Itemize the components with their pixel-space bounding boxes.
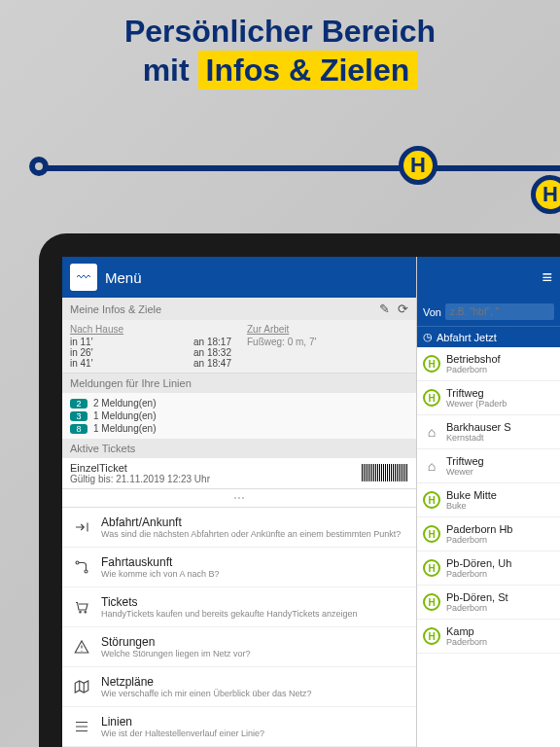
refresh-icon[interactable]: ⟳ <box>398 302 408 316</box>
clock-icon: ◷ <box>423 331 433 343</box>
bus-stop-icon: H <box>423 389 440 407</box>
depart-icon <box>72 517 91 537</box>
right-app-bar: ≡ <box>417 257 560 298</box>
menu-item-journey[interactable]: FahrtauskunftWie komme ich von A nach B? <box>62 548 416 587</box>
svg-point-0 <box>76 561 79 564</box>
journey-icon <box>72 557 91 577</box>
stop-item[interactable]: HPb-Dören, UhPaderborn <box>417 551 560 586</box>
stop-list: HBetriebshofPaderbornHTriftwegWewer (Pad… <box>417 347 560 747</box>
section-alerts-header: Meldungen für Ihre Linien <box>62 374 416 393</box>
lines-icon <box>72 717 91 736</box>
alert-row[interactable]: 31 Meldung(en) <box>70 409 408 422</box>
house-icon: ⌂ <box>423 423 440 441</box>
from-label: Von <box>423 306 441 318</box>
route-line <box>37 165 560 171</box>
promo-headline: Persönlicher Bereich mit Infos & Zielen <box>0 12 560 89</box>
stop-item[interactable]: HPaderborn HbPaderborn <box>417 517 560 551</box>
stop-item[interactable]: ⌂Barkhauser SKernstadt <box>417 415 560 449</box>
shortcut-work[interactable]: Zur Arbeit Fußweg: 0 m, 7' <box>239 320 416 373</box>
stop-item[interactable]: HKampPaderborn <box>417 620 560 654</box>
alert-row[interactable]: 81 Meldung(en) <box>70 422 408 435</box>
menu-item-map[interactable]: NetzpläneWie verschaffe ich mir einen Üb… <box>62 667 416 707</box>
headline-line2: mit Infos & Zielen <box>0 51 560 89</box>
right-pane: ≡ Von ◷ Abfahrt Jetzt HBetriebshofPaderb… <box>416 257 560 747</box>
stop-item[interactable]: HBetriebshofPaderborn <box>417 347 560 381</box>
app-screen: 〰 Menü Meine Infos & Ziele ✎ ⟳ Nach Haus… <box>62 257 560 747</box>
menu-item-warn[interactable]: StörungenWelche Störungen liegen im Netz… <box>62 627 416 667</box>
app-logo-icon: 〰 <box>70 264 97 291</box>
left-pane: 〰 Menü Meine Infos & Ziele ✎ ⟳ Nach Haus… <box>62 257 416 747</box>
bus-stop-icon: H <box>423 593 440 611</box>
route-start-dot <box>29 157 49 176</box>
menu-item-cart[interactable]: TicketsHandyTickets kaufen und bereits g… <box>62 587 416 627</box>
app-bar: 〰 Menü <box>62 257 416 298</box>
bus-stop-icon: H <box>423 525 440 543</box>
map-icon <box>72 677 91 696</box>
stop-item[interactable]: ⌂TriftwegWewer <box>417 449 560 483</box>
search-bar: Von <box>417 298 560 326</box>
active-ticket[interactable]: EinzelTicket Gültig bis: 21.11.2019 12:2… <box>62 458 416 489</box>
bus-stop-icon: H <box>423 355 440 373</box>
main-menu: Abfahrt/AnkunftWas sind die nächsten Abf… <box>62 508 416 747</box>
line-badge: 2 <box>70 399 88 409</box>
barcode-icon <box>362 464 408 481</box>
section-infos-header: Meine Infos & Ziele ✎ ⟳ <box>62 298 416 320</box>
stop-item[interactable]: HPb-Dören, StPaderborn <box>417 586 560 620</box>
svg-point-1 <box>85 570 88 573</box>
headline-line1: Persönlicher Bereich <box>0 12 560 51</box>
alert-row[interactable]: 22 Meldung(en) <box>70 397 408 409</box>
departure-bar[interactable]: ◷ Abfahrt Jetzt <box>417 326 560 347</box>
svg-point-3 <box>85 612 87 614</box>
section-tickets-header: Aktive Tickets <box>62 439 416 458</box>
alerts-list: 22 Meldung(en)31 Meldung(en)81 Meldung(e… <box>62 393 416 439</box>
menu-item-depart[interactable]: Abfahrt/AnkunftWas sind die nächsten Abf… <box>62 508 416 548</box>
halt-marker-icon: H <box>399 146 438 185</box>
edit-icon[interactable]: ✎ <box>379 302 390 316</box>
bus-stop-icon: H <box>423 627 440 645</box>
app-title: Menü <box>105 269 142 286</box>
stop-item[interactable]: HTriftwegWewer (Paderb <box>417 381 560 415</box>
bus-stop-icon: H <box>423 559 440 577</box>
bus-stop-icon: H <box>423 491 440 509</box>
headline-highlight: Infos & Zielen <box>198 51 418 89</box>
stop-item[interactable]: HBuke MitteBuke <box>417 483 560 517</box>
line-badge: 8 <box>70 424 88 434</box>
expand-handle[interactable]: ⋯ <box>62 489 416 508</box>
warn-icon <box>72 637 91 657</box>
line-badge: 3 <box>70 411 88 421</box>
cart-icon <box>72 597 91 617</box>
shortcut-home[interactable]: Nach Hause in 11'an 18:17in 26'an 18:32i… <box>62 320 239 373</box>
search-input[interactable] <box>445 303 554 320</box>
menu-item-lines[interactable]: LinienWie ist der Haltestellenverlauf ei… <box>62 707 416 747</box>
house-icon: ⌂ <box>423 457 440 475</box>
hamburger-icon[interactable]: ≡ <box>542 267 552 288</box>
shortcuts: Nach Hause in 11'an 18:17in 26'an 18:32i… <box>62 320 416 374</box>
svg-point-2 <box>80 612 82 614</box>
tablet-frame: 〰 Menü Meine Infos & Ziele ✎ ⟳ Nach Haus… <box>39 233 560 747</box>
